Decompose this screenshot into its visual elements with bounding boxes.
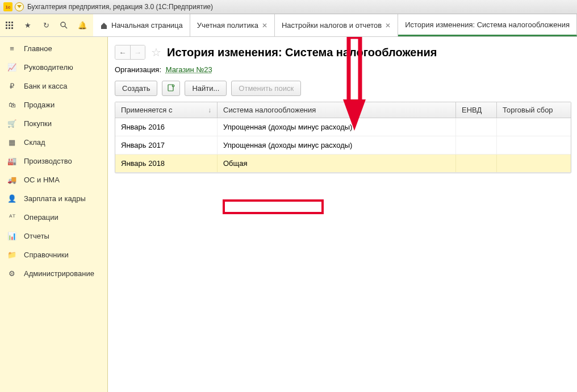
grid-header-tax-system[interactable]: Система налогообложения — [218, 102, 456, 118]
sidebar-label: Продажи — [24, 101, 55, 109]
svg-rect-1 — [9, 22, 10, 23]
sidebar-label: Справочники — [24, 251, 69, 259]
forward-button[interactable]: → — [130, 45, 145, 59]
sidebar-icon: ⚙ — [7, 269, 17, 278]
sidebar-icon: ▦ — [7, 138, 17, 147]
nav-buttons: ← → — [115, 45, 145, 60]
sidebar-label: Главное — [24, 44, 52, 53]
sidebar-item[interactable]: 👤Зарплата и кадры — [0, 189, 107, 208]
svg-rect-0 — [6, 22, 7, 23]
tab-label: Настройки налогов и отчетов — [282, 21, 382, 30]
table-cell: Январь 2016 — [115, 118, 218, 136]
tabs: Начальная страницаУчетная политика✕Настр… — [93, 14, 577, 36]
nav-row: ← → ☆ История изменения: Система налогоо… — [115, 45, 571, 60]
sidebar-icon: ᴬᵀ — [7, 213, 17, 222]
sidebar: ≡Главное📈Руководителю₽Банк и касса🛍Прода… — [0, 37, 108, 392]
copy-button[interactable] — [162, 81, 180, 96]
sidebar-icon: 📈 — [7, 63, 17, 72]
tab[interactable]: Учетная политика✕ — [190, 14, 275, 36]
sidebar-label: Отчеты — [24, 232, 49, 240]
svg-rect-4 — [9, 24, 10, 26]
table-cell — [456, 136, 497, 154]
sidebar-item[interactable]: 📁Справочники — [0, 245, 107, 264]
svg-rect-8 — [11, 27, 13, 29]
table-cell — [497, 155, 571, 172]
sidebar-item[interactable]: 🚚ОС и НМА — [0, 170, 107, 189]
sidebar-item[interactable]: ≡Главное — [0, 39, 107, 58]
sidebar-item[interactable]: ▦Склад — [0, 133, 107, 152]
table-cell — [497, 136, 571, 154]
sidebar-icon: 📊 — [7, 232, 17, 240]
bell-icon[interactable]: 🔔 — [77, 20, 87, 31]
find-button[interactable]: Найти... — [185, 81, 227, 96]
grid-header-applied-from[interactable]: Применяется с ↓ — [115, 102, 218, 118]
sidebar-item[interactable]: 🛍Продажи — [0, 95, 107, 114]
sidebar-item[interactable]: 🏭Производство — [0, 152, 107, 170]
sidebar-label: Операции — [24, 213, 58, 222]
home-icon — [100, 22, 108, 30]
sidebar-icon: 📁 — [7, 251, 17, 259]
history-icon[interactable]: ↻ — [41, 20, 51, 31]
grid-header: Применяется с ↓ Система налогообложения … — [115, 102, 571, 118]
create-button[interactable]: Создать — [115, 81, 157, 96]
tab-label: Учетная политика — [197, 21, 258, 30]
table-cell: Январь 2017 — [115, 136, 218, 154]
cancel-search-button: Отменить поиск — [231, 81, 301, 96]
sidebar-item[interactable]: ⚙Администрирование — [0, 264, 107, 283]
sidebar-icon: 👤 — [7, 194, 17, 203]
svg-point-9 — [61, 22, 65, 27]
sidebar-icon: 🛒 — [7, 119, 17, 128]
content: ← → ☆ История изменения: Система налогоо… — [108, 37, 577, 392]
table-cell — [456, 155, 497, 172]
search-icon[interactable] — [59, 20, 69, 31]
svg-line-10 — [65, 26, 67, 28]
table-cell: Общая — [218, 155, 456, 172]
sidebar-icon: 🚚 — [7, 176, 17, 184]
tab[interactable]: Начальная страница — [93, 14, 190, 36]
grid-header-trade-fee[interactable]: Торговый сбор — [497, 102, 571, 118]
sidebar-label: Зарплата и кадры — [24, 194, 86, 203]
table-row[interactable]: Январь 2017Упрощенная (доходы минус расх… — [115, 136, 571, 155]
table-row[interactable]: Январь 2016Упрощенная (доходы минус расх… — [115, 118, 571, 136]
sort-asc-icon: ↓ — [208, 106, 211, 114]
table-cell — [497, 118, 571, 136]
page-title: История изменения: Система налогообложен… — [167, 46, 437, 59]
apps-icon[interactable] — [5, 20, 15, 31]
sidebar-label: Покупки — [24, 119, 52, 128]
sidebar-label: Производство — [24, 157, 72, 165]
sidebar-item[interactable]: 📈Руководителю — [0, 58, 107, 77]
copy-icon — [167, 84, 175, 91]
sidebar-icon: 🏭 — [7, 157, 17, 165]
star-icon[interactable]: ★ — [23, 20, 33, 31]
dropdown-icon[interactable] — [15, 2, 24, 11]
svg-rect-3 — [6, 24, 7, 26]
grid-header-envd[interactable]: ЕНВД — [456, 102, 497, 118]
sidebar-label: Руководителю — [24, 63, 73, 72]
close-icon[interactable]: ✕ — [385, 22, 391, 30]
svg-rect-2 — [11, 22, 13, 23]
window-title: Бухгалтерия предприятия, редакция 3.0 (1… — [27, 3, 213, 11]
org-row: Организация: Магазин №23 — [115, 65, 571, 74]
svg-rect-5 — [11, 24, 13, 26]
quickbar: ★ ↻ 🔔 — [0, 14, 93, 36]
sidebar-icon: ≡ — [7, 44, 17, 53]
favorite-star-icon[interactable]: ☆ — [151, 45, 161, 59]
tab[interactable]: История изменения: Система налогообложен… — [398, 14, 577, 36]
close-icon[interactable]: ✕ — [262, 22, 267, 30]
annotation-highlight — [223, 199, 324, 214]
sidebar-item[interactable]: 📊Отчеты — [0, 227, 107, 245]
org-link[interactable]: Магазин №23 — [166, 65, 212, 74]
sidebar-label: Банк и касса — [24, 82, 68, 90]
grid: Применяется с ↓ Система налогообложения … — [115, 102, 571, 173]
tab-label: История изменения: Система налогообложен… — [405, 20, 570, 29]
table-cell — [456, 118, 497, 136]
sidebar-label: ОС и НМА — [24, 176, 60, 184]
tab[interactable]: Настройки налогов и отчетов✕ — [275, 14, 398, 36]
sidebar-item[interactable]: 🛒Покупки — [0, 114, 107, 133]
svg-rect-6 — [6, 27, 7, 29]
sidebar-item[interactable]: ₽Банк и касса — [0, 77, 107, 95]
sidebar-item[interactable]: ᴬᵀОперации — [0, 208, 107, 227]
table-row[interactable]: Январь 2018Общая — [115, 155, 571, 173]
back-button[interactable]: ← — [115, 45, 130, 59]
topbar: ★ ↻ 🔔 Начальная страницаУчетная политика… — [0, 14, 577, 37]
